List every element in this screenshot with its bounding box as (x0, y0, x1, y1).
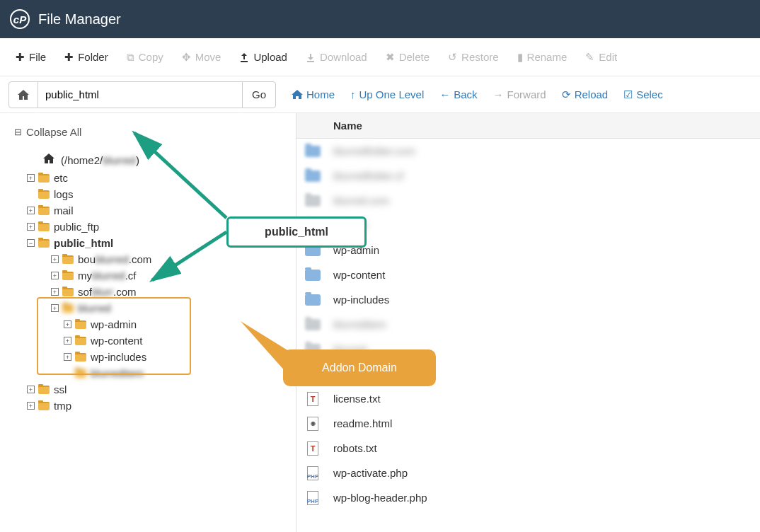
forward-icon: → (493, 88, 504, 100)
home-icon (42, 153, 55, 168)
rename-icon: ▮ (517, 51, 523, 64)
file-icon: T (305, 393, 321, 405)
file-row[interactable]: PHPwp-activate.php (296, 461, 760, 485)
expand-toggle[interactable]: + (51, 288, 59, 296)
file-tree-sidebar: ⊟ Collapse All (/home2/blurred) +etc log… (0, 113, 296, 532)
file-list: blurredfolder.comblurredfolder.cfblurred… (296, 139, 760, 510)
home-button[interactable] (8, 81, 38, 108)
folder-icon (75, 320, 86, 329)
tree-item-wp-includes[interactable]: +wp-includes (14, 349, 289, 365)
folder-icon (38, 402, 50, 410)
tree-item-logs[interactable]: logs (14, 186, 289, 202)
app-title: File Manager (38, 11, 121, 28)
tree-item-etc[interactable]: +etc (14, 170, 289, 186)
folder-icon (305, 269, 321, 282)
edit-button[interactable]: ✎Edit (578, 45, 624, 69)
path-input[interactable] (38, 81, 242, 108)
rename-button[interactable]: ▮Rename (510, 45, 575, 69)
folder-icon (38, 174, 50, 183)
tree-item-wp-other[interactable]: blurreditem (14, 365, 289, 381)
file-row[interactable]: wp-includes (296, 287, 760, 312)
file-row[interactable]: blurredfolder.cf (296, 163, 760, 188)
file-name: blurred.com (333, 195, 389, 207)
expand-toggle[interactable]: + (64, 320, 71, 328)
nav-up-link[interactable]: ↑Up One Level (350, 88, 424, 100)
file-row[interactable]: blurred.com (296, 188, 760, 213)
file-icon: PHP (305, 492, 321, 504)
file-name: license.txt (333, 393, 381, 405)
expand-toggle[interactable]: + (27, 223, 35, 231)
file-icon: ◉ (305, 417, 321, 430)
tree-item-wp-content[interactable]: +wp-content (14, 332, 289, 349)
new-folder-button[interactable]: ✚Folder (57, 45, 115, 69)
cpanel-logo (10, 9, 30, 29)
copy-icon: ⧉ (127, 51, 134, 64)
back-icon: ← (439, 88, 450, 100)
tree-item-domain1[interactable]: +boublurred.com (14, 251, 289, 267)
file-name: blurreditem (333, 318, 386, 330)
go-button[interactable]: Go (242, 81, 276, 108)
file-name: readme.html (333, 417, 392, 429)
table-header-name[interactable]: Name (296, 113, 760, 139)
tree-item-domain4[interactable]: +blurred (14, 300, 289, 316)
delete-icon: ✖ (386, 51, 395, 64)
tree-item-domain3[interactable]: +sofblurr.com (14, 284, 289, 300)
folder-icon (305, 195, 321, 207)
tree-item-domain2[interactable]: +myblurred.cf (14, 267, 289, 284)
file-name: blurredfolder.cf (333, 170, 403, 182)
file-row[interactable]: blurredfolder.com (296, 139, 760, 163)
upload-button[interactable]: Upload (232, 45, 294, 69)
tree-item-ssl[interactable]: +ssl (14, 381, 289, 398)
file-name: robots.txt (333, 442, 377, 454)
delete-button[interactable]: ✖Delete (379, 45, 437, 69)
download-icon (306, 52, 316, 62)
edit-icon: ✎ (585, 51, 594, 64)
annotation-addon-domain: Addon Domain (283, 349, 436, 386)
copy-button[interactable]: ⧉Copy (120, 45, 171, 69)
nav-select-link[interactable]: ☑Selec (623, 88, 663, 101)
expand-toggle[interactable]: + (51, 304, 59, 312)
expand-toggle[interactable]: + (51, 255, 59, 263)
expand-toggle[interactable]: + (64, 337, 71, 345)
folder-icon (75, 353, 86, 362)
folder-icon (75, 337, 86, 345)
tree-item-tmp[interactable]: +tmp (14, 398, 289, 414)
file-icon: PHP (305, 467, 321, 480)
move-button[interactable]: ✥Move (175, 45, 229, 69)
nav-back-link[interactable]: ←Back (439, 88, 477, 100)
file-row[interactable]: Tlicense.txt (296, 386, 760, 411)
annotation-public-html: public_html (226, 216, 367, 248)
collapse-toggle[interactable]: − (27, 239, 35, 247)
folder-icon (62, 255, 74, 264)
file-row[interactable]: Trobots.txt (296, 436, 760, 461)
expand-toggle[interactable]: + (27, 402, 35, 410)
restore-button[interactable]: ↺Restore (441, 45, 506, 69)
directory-tree: (/home2/blurred) +etc logs +mail +public… (14, 151, 289, 414)
nav-forward-link[interactable]: →Forward (493, 88, 546, 100)
up-icon: ↑ (350, 88, 356, 100)
plus-icon: ✚ (16, 51, 25, 64)
download-button[interactable]: Download (299, 45, 374, 69)
app-header: File Manager (0, 0, 760, 38)
file-name: wp-includes (333, 294, 389, 306)
file-row[interactable]: blurreditem (296, 312, 760, 337)
tree-root[interactable]: (/home2/blurred) (14, 151, 289, 170)
file-name: blurredfolder.com (333, 145, 415, 157)
folder-icon (75, 369, 86, 378)
nav-reload-link[interactable]: ⟳Reload (562, 88, 609, 101)
expand-toggle[interactable]: + (51, 272, 59, 279)
expand-toggle[interactable]: + (27, 207, 35, 214)
folder-icon (38, 386, 50, 394)
expand-toggle[interactable]: + (27, 386, 35, 393)
expand-toggle[interactable]: + (64, 353, 71, 361)
expand-toggle[interactable]: + (27, 174, 35, 182)
file-row[interactable]: PHPwp-blog-header.php (296, 485, 760, 510)
file-row[interactable]: wp-content (296, 262, 760, 287)
folder-icon (38, 223, 50, 231)
tree-item-wp-admin[interactable]: +wp-admin (14, 316, 289, 332)
nav-home-link[interactable]: Home (292, 88, 335, 100)
select-icon: ☑ (623, 88, 633, 101)
collapse-all-button[interactable]: ⊟ Collapse All (14, 126, 289, 138)
new-file-button[interactable]: ✚File (8, 45, 53, 69)
file-row[interactable]: ◉readme.html (296, 411, 760, 436)
